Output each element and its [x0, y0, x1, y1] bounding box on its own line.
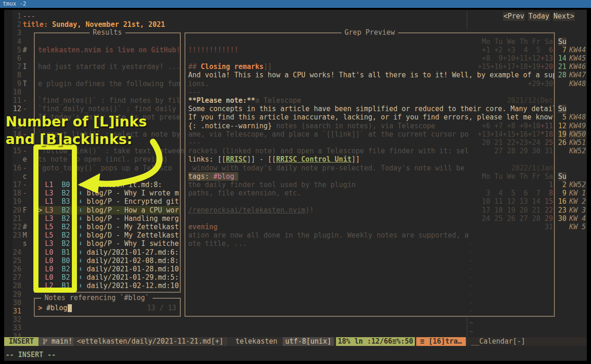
down-arrow-icon: ⬇ — [78, 206, 83, 214]
calendar-sunday-date[interactable]: 28 — [558, 71, 566, 79]
preview-text-segment: RRISC — [226, 155, 247, 163]
preview-text-segment: ame, via Telescope, and place a `[[link]… — [188, 130, 469, 138]
down-arrow-icon: ⬇ — [78, 248, 83, 257]
result-filename: blog/P - Handling merg — [87, 214, 179, 223]
buffer-margin-char: - — [23, 96, 27, 105]
calendar-nav-today-button[interactable]: Today — [528, 12, 550, 21]
preview-line: rackets (linked note) and open a Telesco… — [188, 147, 469, 155]
line-number: 2 — [8, 20, 21, 29]
calendar-week-number: KW52 — [569, 147, 586, 155]
down-arrow-icon: ⬇ — [78, 189, 83, 197]
annotation-line1: Number of [L]inks — [6, 113, 147, 131]
down-arrow-icon: ⬇ — [78, 181, 83, 189]
calendar-statusline: __Calendar[-] — [467, 337, 587, 346]
preview-line: {: .notice--warning} notes (search in no… — [188, 122, 435, 130]
calendar-sunday-date[interactable]: 12 — [558, 122, 566, 130]
down-arrow-icon: ⬇ — [78, 197, 83, 206]
preview-text-segment: ]] — [351, 155, 360, 163]
line-number: 30 — [8, 299, 21, 307]
line-number: 21 — [8, 214, 21, 223]
line-number: 31 — [8, 307, 21, 315]
preview-line: **Please note:**a Telescope — [188, 96, 301, 105]
preview-line: !!!!!!!!!!!! — [188, 46, 238, 54]
preview-text-segment: {: .notice--warning} — [188, 122, 272, 130]
buffer-margin-char: # — [23, 223, 27, 231]
calendar-sunday-date[interactable]: 30 — [558, 214, 566, 223]
line-number: 16 — [8, 164, 21, 172]
down-arrow-icon: ⬇ — [78, 239, 83, 248]
calendar-sunday-date[interactable]: 14 — [558, 54, 566, 63]
preview-text-segment: notes (search in notes), via Telescope — [272, 122, 435, 130]
down-arrow-icon: ⬇ — [78, 282, 83, 290]
down-arrow-icon: ⬇ — [78, 223, 83, 231]
calendar-sunday-date[interactable]: 21 — [558, 63, 566, 71]
tmux-title: tmux -2 — [3, 0, 26, 7]
preview-line: And voila! This is how a CPU works! That… — [188, 71, 554, 79]
calendar-sunday-date[interactable]: 9 — [558, 189, 566, 197]
result-filename: blog/D - My Zettelkast — [87, 223, 179, 231]
preview-text-segment: ation are now all done in the plugin. We… — [188, 231, 469, 239]
buffer-margin-char: M — [23, 231, 27, 239]
preview-text-segment: #blog — [213, 172, 238, 181]
buffer-margin-char: s — [23, 239, 27, 248]
empty-line-tilde: ~ — [469, 319, 473, 327]
prompt-input[interactable]: > #blog — [38, 304, 67, 312]
preview-text-segment: ]] - [[ — [247, 155, 276, 163]
line-number: 11 — [8, 96, 21, 105]
result-filename: blog/D - My Zettelkast — [87, 231, 179, 239]
preview-text-segment: ions. — [188, 80, 209, 88]
calendar-sunday-date[interactable]: 19 — [558, 130, 566, 138]
buffer-margin-char: # — [23, 46, 27, 54]
buffer-margin-char: c — [23, 172, 27, 181]
result-filename: daily/2021-02-12.md:10 — [87, 282, 179, 290]
line-number: 26 — [8, 265, 21, 273]
preview-text-segment: Closing remarks — [201, 63, 263, 71]
preview-text-segment: **Please note:** — [188, 96, 255, 105]
calendar-week-number: KW 1 — [569, 189, 586, 197]
preview-line: window with today's daily note pre-selec… — [188, 164, 464, 172]
calendar-week-number: KW48 — [569, 113, 586, 121]
buffer-margin-char: - — [23, 189, 27, 197]
line-number: 10 — [8, 88, 21, 96]
calendar-sunday-date[interactable]: 5 — [558, 113, 566, 121]
calendar-sunday-date[interactable]: 23 — [558, 206, 566, 214]
calendar-sunday-date[interactable]: 26 — [558, 138, 566, 147]
line-number: 12 — [8, 105, 21, 113]
preview-text-segment: evening — [188, 223, 217, 231]
line-number: 24 — [8, 248, 21, 257]
screen: tmux -2 12345678910111213141516171819202… — [0, 0, 591, 364]
buffer-margin-char: T — [23, 80, 27, 88]
buffer-margin-char: - — [23, 181, 27, 189]
down-arrow-icon: ⬇ — [78, 257, 83, 265]
line-number: 27 — [8, 273, 21, 282]
line-number: 7 — [8, 63, 21, 71]
buffer-margin-char: - — [23, 164, 27, 172]
line-number: 22 — [8, 223, 21, 231]
down-arrow-icon: ⬇ — [78, 214, 83, 223]
preview-text-segment: RRISC Control Unit — [276, 155, 352, 163]
calendar-nav-prev-button[interactable]: <Prev — [503, 12, 525, 21]
preview-text-segment: rackets (linked note) and open a Telesco… — [188, 147, 469, 155]
line-number: 28 — [8, 282, 21, 290]
text-cursor — [68, 304, 72, 312]
calendar-week-number: KW45 — [569, 54, 586, 63]
result-filename: blog/P - Why I wrote m — [87, 189, 179, 197]
calendar-sunday-date[interactable]: 7 — [558, 46, 566, 54]
preview-text-segment: Some concepts in this article have been … — [188, 105, 554, 113]
preview-text-segment: a Telescope — [255, 96, 301, 105]
result-filename: daily/2021-01-27.md:6: — [87, 248, 179, 257]
preview-text-segment: ## — [188, 63, 201, 71]
calendar-sunday-date[interactable]: 2 — [558, 181, 566, 189]
calendar-week-number: KW51 — [569, 138, 586, 147]
position-segment: 18% ln :12/66≡%:50 — [336, 337, 415, 346]
calendar-week-number: KW52 — [569, 181, 586, 189]
line-number: 23 — [8, 231, 21, 239]
calendar-week-number: KW44 — [569, 46, 586, 54]
result-filename: daily/2021-02-08.md:8: — [87, 257, 179, 265]
calendar-sunday-date[interactable]: 16 — [558, 197, 566, 206]
preview-line: the daily finder tool used by the plugin — [188, 181, 356, 189]
result-filename: i mention it.md:8: — [87, 181, 162, 189]
calendar-week-number: KW47 — [569, 71, 586, 79]
calendar-nav-next-button[interactable]: Next> — [553, 12, 575, 21]
git-branch-segment: main! — [38, 337, 73, 346]
